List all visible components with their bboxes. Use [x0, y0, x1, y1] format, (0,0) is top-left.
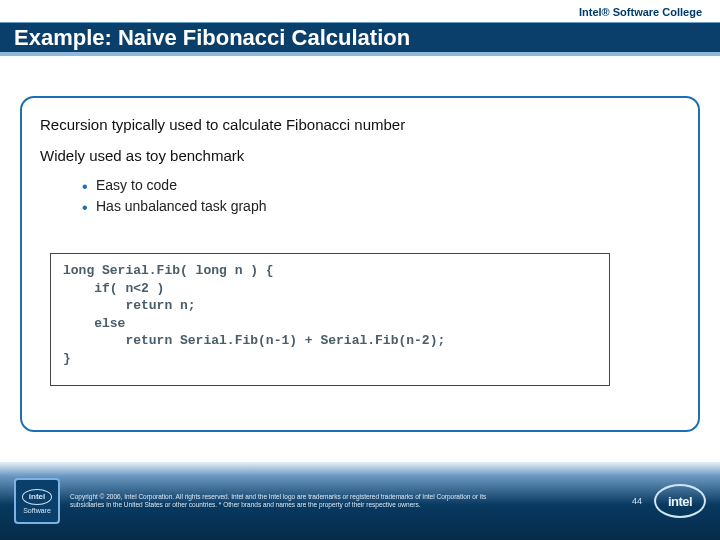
footer: intel Software Copyright © 2006, Intel C… [0, 462, 720, 540]
copyright-text: Copyright © 2006, Intel Corporation. All… [70, 493, 490, 509]
intel-software-badge-icon: intel Software [14, 478, 60, 524]
badge-subtext: Software [23, 507, 51, 514]
lead-line-2: Widely used as toy benchmark [40, 145, 680, 168]
title-bar: Example: Naive Fibonacci Calculation [0, 22, 720, 56]
intel-logo-icon: intel [654, 484, 706, 518]
header: Intel® Software College Example: Naive F… [0, 0, 720, 68]
code-block: long Serial.Fib( long n ) { if( n<2 ) re… [50, 253, 610, 386]
intel-oval-icon: intel [22, 489, 52, 505]
bullet-list: Easy to code Has unbalanced task graph [82, 175, 680, 217]
content-panel: Recursion typically used to calculate Fi… [20, 96, 700, 432]
page-number: 44 [632, 496, 642, 506]
bullet-item: Has unbalanced task graph [82, 196, 680, 217]
lead-line-1: Recursion typically used to calculate Fi… [40, 114, 680, 137]
bullet-item: Easy to code [82, 175, 680, 196]
slide-title: Example: Naive Fibonacci Calculation [14, 25, 410, 51]
brand-label: Intel® Software College [579, 6, 702, 18]
